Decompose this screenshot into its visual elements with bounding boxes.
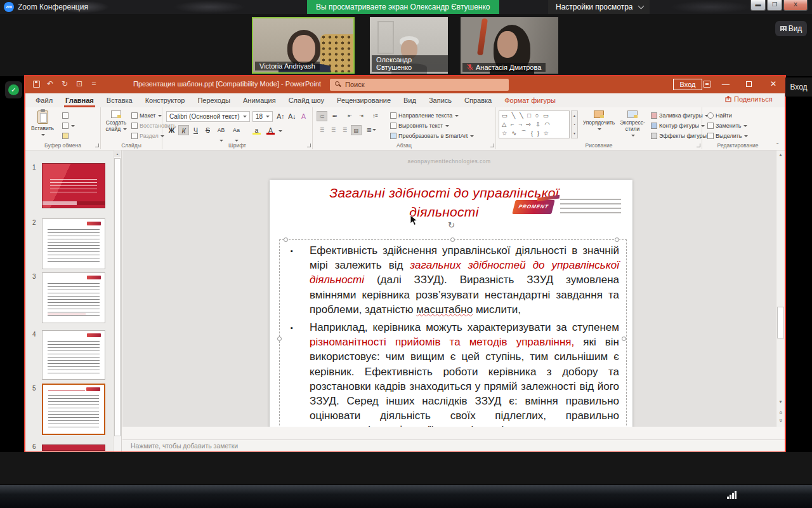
tab-home[interactable]: Главная [59, 93, 100, 107]
tab-review[interactable]: Рецензирование [331, 93, 397, 107]
selection-handle[interactable] [277, 337, 282, 341]
chevron-down-icon[interactable] [278, 130, 282, 132]
current-slide[interactable]: Загальні здібності до управлінської діял… [270, 180, 632, 427]
thumbnail-scrollbar-thumb[interactable] [114, 158, 121, 436]
shapes-gallery-scroll[interactable]: ▴▪▾ [571, 110, 578, 138]
underline-button[interactable]: Ч [190, 125, 201, 135]
columns-button[interactable]: ▥ [366, 125, 377, 135]
scroll-down-icon[interactable]: ▼ [777, 399, 784, 404]
layout-button[interactable]: Макет [131, 112, 162, 119]
window-close-button[interactable]: X [783, 0, 808, 11]
tab-record[interactable]: Запись [422, 93, 458, 107]
slide-body-text[interactable]: ▪Ефективність здійснення управлінської д… [289, 243, 619, 427]
align-text-button[interactable]: Выровнять текст [390, 123, 449, 129]
shapes-gallery[interactable]: ▭ ╲ ╲ □ ○ ▭△ ⌐ ¬ ⇨ ⇩ ◠☆ ∿ ⌒ { } ☆ [499, 110, 570, 138]
shape-outline-button[interactable]: Контур фигуры [651, 123, 705, 129]
sign-in-button[interactable]: Вход [673, 79, 702, 90]
tab-file[interactable]: Файл [29, 93, 59, 107]
rotate-handle-icon[interactable]: ↻ [448, 220, 455, 230]
slide-thumbnail-2[interactable] [42, 218, 105, 269]
text-direction-button[interactable]: Направление текста [390, 112, 459, 119]
search-input[interactable]: Поиск [330, 79, 509, 91]
view-settings-dropdown[interactable]: Настройки просмотра [548, 0, 650, 14]
align-center-button[interactable]: ☰ [328, 125, 339, 135]
redo-icon[interactable]: ↻ [60, 79, 69, 88]
tab-help[interactable]: Справка [458, 93, 498, 107]
share-button[interactable]: Поделиться [725, 95, 773, 103]
character-spacing-button[interactable]: АВ [216, 125, 226, 135]
slide-thumbnail-6[interactable] [42, 444, 105, 451]
slide-thumbnail-1[interactable] [42, 163, 105, 208]
next-slide-button[interactable]: » [777, 417, 784, 424]
notes-area[interactable]: Нажмите, чтобы добавить заметки [122, 439, 785, 452]
cut-button[interactable] [62, 112, 70, 119]
selection-handle[interactable] [450, 237, 455, 242]
window-minimize-button[interactable]: ▬ [750, 0, 766, 11]
paste-button[interactable]: Вставить [30, 110, 55, 138]
participant-video-oleksandr[interactable]: Олександр Євтушенко [370, 17, 448, 74]
undo-icon[interactable]: ↶ [46, 79, 55, 88]
line-spacing-button[interactable]: ↕≡ [370, 111, 381, 121]
font-color-button[interactable]: А [265, 125, 276, 135]
align-right-button[interactable]: ☰ [339, 125, 350, 135]
tab-view[interactable]: Вид [397, 93, 422, 107]
ppt-close-button[interactable]: ✕ [770, 79, 776, 88]
dialog-launcher-icon[interactable] [490, 144, 494, 147]
previous-slide-button[interactable]: « [777, 410, 784, 416]
view-button[interactable]: Вид [775, 21, 807, 36]
dialog-launcher-icon[interactable] [307, 144, 311, 147]
selection-handle[interactable] [284, 237, 288, 242]
highlight-color-button[interactable]: а [251, 125, 262, 135]
tab-insert[interactable]: Вставка [100, 93, 139, 107]
smartart-button[interactable]: Преобразовать в SmartArt [390, 133, 474, 139]
replace-button[interactable]: Заменить [707, 123, 747, 129]
change-case-button[interactable]: Аа [231, 125, 242, 135]
italic-button[interactable]: К [178, 125, 189, 135]
customize-qat-icon[interactable]: = [89, 79, 98, 88]
tab-shape-format[interactable]: Формат фигуры [498, 93, 562, 107]
font-name-select[interactable]: Calibri (Основной текст) [166, 111, 250, 122]
save-icon[interactable] [33, 81, 40, 88]
bullets-button[interactable]: ≔ [317, 111, 327, 121]
selection-handle[interactable] [615, 237, 619, 242]
align-left-button[interactable]: ☰ [317, 125, 327, 135]
increase-indent-button[interactable]: ⇥ [356, 111, 367, 121]
tab-slideshow[interactable]: Слайд шоу [282, 93, 331, 107]
find-button[interactable]: Найти [707, 112, 732, 119]
format-painter-button[interactable] [62, 133, 70, 139]
tab-animations[interactable]: Анимация [237, 93, 282, 107]
copy-button[interactable] [62, 123, 75, 129]
thumbnail-scrollbar[interactable]: ▴ [113, 150, 121, 452]
scrollbar-thumb[interactable] [777, 307, 784, 338]
scroll-up-icon[interactable]: ▲ [777, 152, 784, 157]
tab-transitions[interactable]: Переходы [191, 93, 237, 107]
new-slide-button[interactable]: Создать слайд [102, 110, 130, 132]
tab-design[interactable]: Конструктор [139, 93, 192, 107]
window-restore-button[interactable]: ❐ [767, 0, 782, 11]
ppt-restore-button[interactable] [746, 81, 752, 87]
slide-thumbnail-5-selected[interactable] [42, 384, 105, 435]
shape-fill-button[interactable]: Заливка фигуры [651, 112, 709, 119]
selection-handle[interactable] [622, 337, 626, 341]
dialog-launcher-icon[interactable] [697, 144, 700, 147]
bold-button[interactable]: Ж [166, 125, 177, 135]
slide-thumbnail-4[interactable] [42, 330, 105, 380]
clear-formatting-button[interactable]: А [298, 111, 309, 121]
ribbon-display-options-icon[interactable] [703, 81, 711, 88]
font-size-select[interactable]: 18 [252, 111, 273, 122]
collapse-panel-icon[interactable]: ▴ [114, 151, 121, 157]
select-button[interactable]: Выделить [707, 133, 748, 139]
justify-button[interactable]: ▤ [351, 125, 362, 135]
section-button[interactable]: Раздел [131, 133, 164, 139]
shrink-font-button[interactable]: А↓ [287, 111, 298, 121]
numbering-button[interactable]: ≕ [329, 111, 340, 121]
slide-thumbnail-3[interactable] [42, 272, 105, 323]
participant-video-anastasiia[interactable]: Анастасія Дмитрова [461, 17, 558, 74]
grow-font-button[interactable]: А↑ [275, 111, 286, 121]
collapse-ribbon-icon[interactable]: ⌃ [775, 142, 780, 148]
strikethrough-button[interactable]: S [202, 125, 213, 135]
dialog-launcher-icon[interactable] [95, 144, 99, 147]
arrange-button[interactable]: Упорядочить [582, 110, 615, 132]
participant-video-victoria[interactable]: Victoria Andriyash [252, 17, 355, 74]
decrease-indent-button[interactable]: ⇤ [344, 111, 355, 121]
